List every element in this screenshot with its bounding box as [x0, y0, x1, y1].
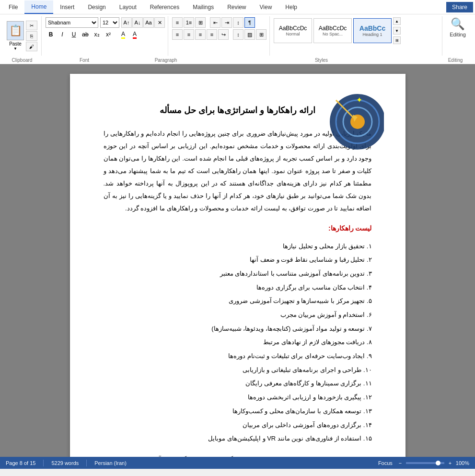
tab-file[interactable]: File [2, 1, 24, 13]
list-item: ۸. دریافت مجوزهای لازم از نهادهای مرتبط [104, 336, 372, 349]
clear-formatting-button[interactable]: ✕ [154, 17, 165, 28]
align-right-button[interactable]: ≡ [195, 29, 206, 40]
copy-button[interactable]: ⎘ [26, 31, 37, 41]
zoom-thumb [436, 461, 440, 465]
style-nospace-label: No Spac... [323, 32, 343, 36]
list-item: ۳. تدوین برنامه‌های آموزشی متناسب با است… [104, 267, 372, 281]
style-nospace-button[interactable]: AaBbCcDc No Spac... [313, 18, 352, 43]
list-item: ۱۰. طراحی و اجرای برنامه‌های تبلیغاتی و … [104, 363, 372, 377]
superscript-button[interactable]: x² [103, 29, 114, 40]
tab-insert[interactable]: Insert [53, 1, 81, 13]
shading-button[interactable]: ▨ [244, 29, 255, 40]
list-item: ۱۳. توسعه همکاری با سازمان‌های محلی و کس… [104, 405, 372, 418]
change-case-button[interactable]: Aa [143, 17, 154, 28]
subscript-button[interactable]: x₂ [92, 29, 102, 40]
tab-help[interactable]: Help [278, 1, 304, 13]
font-name-select[interactable]: Shabnam [46, 17, 98, 28]
paste-icon: 📋 [7, 21, 24, 40]
list-item: ۶. استخدام و آموزش مربیان مجرب [104, 308, 372, 322]
language: Persian (Iran) [94, 460, 127, 466]
rtl-button[interactable]: ↪ [218, 29, 229, 40]
paragraph-group: ≡ 1≡ ⊞ ⇤ ⇥ ↕ ¶ ≡ ≡ ≡ ≡ ↪ ↕ ▨ ⊞ [169, 16, 270, 56]
font-size-increase-button[interactable]: A↑ [121, 17, 132, 28]
style-normal-label: Normal [286, 32, 300, 36]
font-size-decrease-button[interactable]: A↓ [132, 17, 143, 28]
share-button[interactable]: Share [446, 2, 473, 12]
text-highlight-button[interactable]: A [118, 29, 128, 40]
list-item: ۱۲. پیگیری بازخوردها و ارزیابی اثربخشی د… [104, 391, 372, 405]
increase-indent-button[interactable]: ⇥ [221, 17, 232, 28]
document-page: ✦ ارائه راهکارها و استراتژی‌ها برای حل م… [70, 74, 405, 457]
list-item: ۴. انتخاب مکان مناسب برای برگزاری دوره‌ه… [104, 281, 372, 295]
closing-paragraph-1: این راهکارها، مبنای این پروژه خواهند بود… [104, 453, 372, 457]
tab-references[interactable]: References [143, 1, 186, 13]
list-item: ۱۱. برگزاری سمینارها و کارگاه‌های معرفی … [104, 377, 372, 391]
tab-review[interactable]: Review [220, 1, 253, 13]
style-normal-sample: AaBbCcDc [279, 25, 307, 32]
target-illustration: ✦ [324, 88, 386, 155]
font-group: Shabnam 12 A↑ A↓ Aa ✕ B I U ab x₂ x² [43, 16, 168, 56]
numbering-button[interactable]: 1≡ [184, 17, 194, 28]
status-divider-2 [86, 460, 87, 466]
paste-dropdown-arrow: ▼ [13, 46, 17, 51]
styles-scroll-up[interactable]: ▲ [393, 17, 401, 25]
line-spacing-button[interactable]: ↕ [233, 29, 243, 40]
bullets-button[interactable]: ≡ [172, 17, 183, 28]
paste-button[interactable]: 📋 Paste ▼ [7, 21, 24, 51]
editing-label: Editing [450, 32, 466, 37]
zoom-controls: − + 100% [396, 460, 469, 466]
style-h1-label: Heading 1 [362, 32, 382, 37]
paste-label: Paste [9, 41, 22, 46]
show-formatting-button[interactable]: ¶ [244, 17, 255, 28]
tab-mailings[interactable]: Mailings [186, 1, 220, 13]
style-h1-sample: AaBbCc [359, 24, 385, 32]
align-center-button[interactable]: ≡ [184, 29, 194, 40]
editing-group-label: Editing [439, 58, 472, 63]
borders-button[interactable]: ⊞ [256, 29, 266, 40]
page-info: Page 8 of 15 [6, 460, 35, 466]
tab-design[interactable]: Design [81, 1, 112, 13]
tab-view[interactable]: View [253, 1, 279, 13]
italic-button[interactable]: I [57, 29, 68, 40]
focus-label[interactable]: Focus [378, 460, 393, 466]
styles-more[interactable]: ⊞ [393, 36, 401, 44]
cut-button[interactable]: ✂ [26, 21, 37, 30]
styles-group: AaBbCcDc Normal AaBbCcDc No Spac... AaBb… [271, 16, 442, 56]
sort-button[interactable]: ↕ [233, 17, 243, 28]
style-normal-button[interactable]: AaBbCcDc Normal [274, 18, 312, 43]
editing-icon: 🔍 [451, 17, 465, 31]
align-left-button[interactable]: ≡ [172, 29, 183, 40]
justify-button[interactable]: ≡ [207, 29, 217, 40]
decrease-indent-button[interactable]: ⇤ [210, 17, 220, 28]
strikethrough-button[interactable]: ab [80, 29, 91, 40]
multilevel-list-button[interactable]: ⊞ [195, 17, 206, 28]
style-heading1-button[interactable]: AaBbCc Heading 1 [353, 18, 392, 43]
font-group-label: Font [41, 58, 127, 63]
editing-group: 🔍 Editing [443, 16, 472, 56]
font-color-button[interactable]: A [129, 29, 140, 40]
zoom-out-button[interactable]: − [396, 460, 404, 466]
paragraph-group-label: Paragraph [127, 58, 204, 63]
list-item: ۱۵. استفاده از فناوری‌های نوین مانند VR … [104, 432, 372, 446]
editing-button[interactable]: 🔍 Editing [450, 17, 466, 37]
clipboard-group: 📋 Paste ▼ ✂ ⎘ 🖌 [3, 16, 42, 56]
tab-layout[interactable]: Layout [113, 1, 143, 13]
underline-button[interactable]: U [69, 29, 79, 40]
solutions-list: ۱. تحقیق بازار محلی و تحلیل نیازها۲. تحل… [104, 240, 372, 446]
tab-home[interactable]: Home [24, 0, 53, 14]
format-painter-button[interactable]: 🖌 [26, 42, 37, 51]
bold-button[interactable]: B [46, 29, 56, 40]
document-container: ✦ ارائه راهکارها و استراتژی‌ها برای حل م… [0, 64, 475, 457]
list-item: ۲. تحلیل رقبا و شناسایی نقاط قوت و ضعف آ… [104, 253, 372, 267]
status-bar: Page 8 of 15 5229 words Persian (Iran) F… [0, 457, 475, 469]
font-size-select[interactable]: 12 [100, 17, 119, 28]
zoom-in-button[interactable]: + [446, 460, 454, 466]
list-item: ۱۴. برگزاری دوره‌های آموزشی داخلی برای م… [104, 418, 372, 432]
list-item: ۵. تجهیز مرکز با شبیه‌سازها و تجهیزات آم… [104, 294, 372, 308]
clipboard-group-label: Clipboard [3, 58, 41, 63]
list-item: ۹. ایجاد وب‌سایت حرفه‌ای برای تبلیغات و … [104, 349, 372, 363]
styles-scroll-down[interactable]: ▼ [393, 27, 401, 35]
status-divider-1 [43, 460, 44, 466]
list-heading: لیست راهکارها: [104, 222, 372, 234]
zoom-slider[interactable] [406, 462, 444, 464]
